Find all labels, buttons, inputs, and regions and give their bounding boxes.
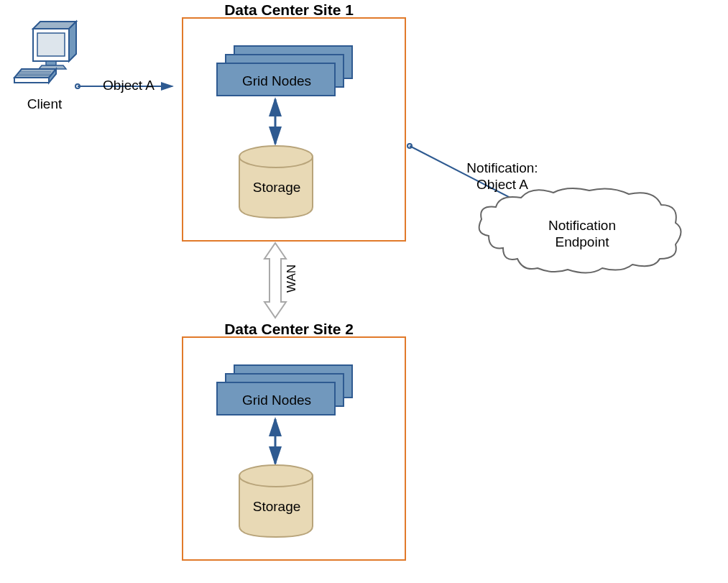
object-a-label: Object A: [96, 78, 161, 93]
wan-label: WAN: [285, 265, 299, 293]
site2-title: Data Center Site 2: [199, 321, 379, 338]
site1-storage-label: Storage: [244, 180, 309, 196]
wan-arrow-icon: [264, 243, 286, 318]
endpoint-label-1: Notification: [539, 218, 625, 234]
notification-label-1: Notification:: [456, 160, 549, 176]
site2-grid-nodes-label: Grid Nodes: [226, 393, 327, 408]
svg-point-11: [239, 146, 313, 167]
client-icon: [14, 22, 76, 83]
site1-title: Data Center Site 1: [199, 1, 379, 19]
site2-storage-label: Storage: [244, 499, 309, 515]
client-label: Client: [16, 96, 73, 112]
site1-grid-nodes-label: Grid Nodes: [226, 73, 327, 89]
endpoint-label-2: Endpoint: [539, 234, 625, 250]
svg-rect-2: [46, 61, 56, 65]
notification-label-2: Object A: [456, 177, 549, 193]
svg-rect-1: [37, 33, 65, 56]
svg-point-15: [239, 465, 313, 487]
svg-rect-3: [14, 78, 49, 83]
